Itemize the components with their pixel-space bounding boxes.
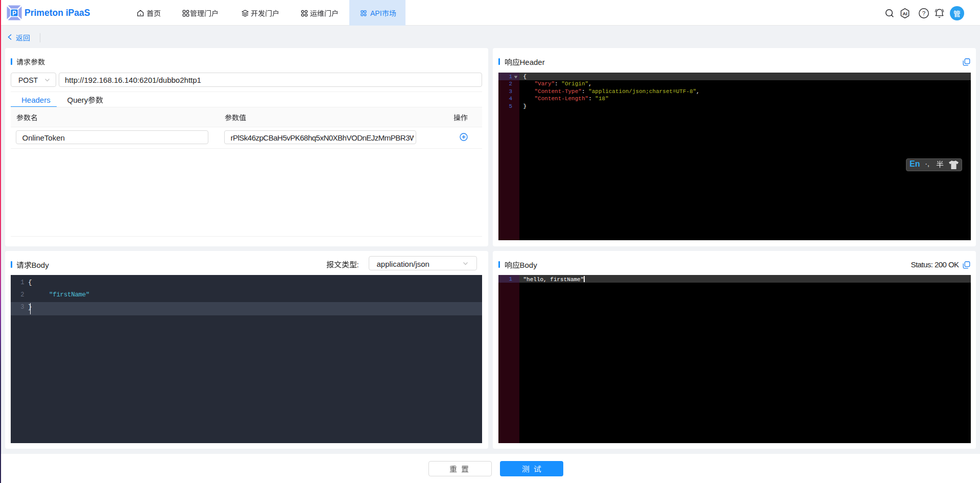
svg-text:AI: AI: [902, 11, 907, 16]
svg-text:P: P: [12, 10, 16, 17]
svg-text:?: ?: [922, 10, 925, 16]
